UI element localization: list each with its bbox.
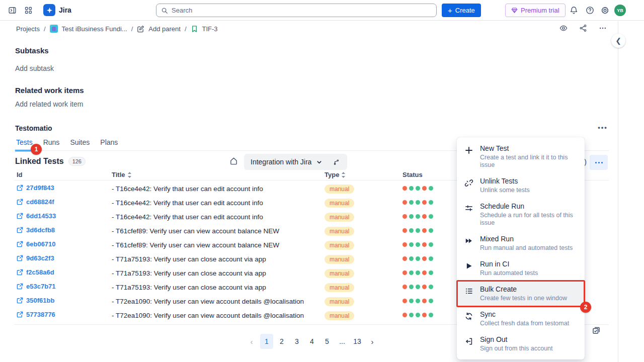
type-badge: manual bbox=[325, 311, 354, 320]
app-name: Jira bbox=[59, 6, 71, 14]
type-badge: manual bbox=[325, 297, 354, 306]
header-id: Id bbox=[17, 171, 23, 178]
sidebar-toggle-icon[interactable] bbox=[7, 5, 17, 15]
search-icon bbox=[161, 7, 168, 14]
status-dot-green bbox=[416, 200, 420, 205]
notifications-bell-icon[interactable] bbox=[569, 5, 579, 15]
type-badge: manual bbox=[325, 283, 354, 292]
menu-item-new-test[interactable]: New Test Create a test and link it it to… bbox=[457, 140, 585, 173]
menu-item-bulk-create[interactable]: Bulk Create Create few tests in one wind… bbox=[457, 281, 585, 306]
type-badge: manual bbox=[325, 199, 354, 208]
more-actions-icon[interactable] bbox=[598, 23, 608, 33]
add-related-work-item-link[interactable]: Add related work item bbox=[15, 100, 83, 108]
premium-trial-button[interactable]: Premium trial bbox=[505, 4, 566, 17]
test-id-link[interactable]: 350f61bb bbox=[17, 297, 54, 304]
menu-item-run-in-ci[interactable]: Run in CI Run automated tests bbox=[457, 256, 585, 281]
page-13[interactable]: 13 bbox=[351, 334, 364, 349]
test-id-link[interactable]: cd68824f bbox=[17, 198, 54, 206]
pagination-next[interactable]: › bbox=[366, 334, 379, 349]
test-id-link[interactable]: 27d9f843 bbox=[17, 184, 54, 192]
testomatio-more-icon[interactable]: ••• bbox=[597, 122, 609, 132]
sliders-icon bbox=[464, 204, 473, 213]
add-subtask-link[interactable]: Add subtask bbox=[15, 64, 54, 72]
status-dot-red bbox=[403, 214, 407, 219]
test-id-link[interactable]: f2c58a6d bbox=[17, 268, 54, 276]
gem-icon bbox=[511, 7, 518, 14]
status-dot-green bbox=[409, 256, 414, 261]
test-id-link[interactable]: 57738776 bbox=[17, 311, 55, 318]
branch-icon[interactable] bbox=[332, 157, 341, 166]
chevron-left-icon: ❮ bbox=[615, 37, 621, 45]
breadcrumb-add-parent[interactable]: Add parent bbox=[148, 25, 181, 33]
type-badge: manual bbox=[325, 213, 354, 222]
status-dot-red bbox=[403, 228, 407, 233]
menu-item-sign-out[interactable]: Sign Out Sign out from this account bbox=[457, 331, 585, 356]
pagination-prev[interactable]: ‹ bbox=[245, 334, 258, 349]
test-title: - T61cfef89: Verify user can view accoun… bbox=[112, 227, 279, 235]
user-avatar[interactable]: YB bbox=[614, 5, 626, 16]
testomatio-actions-menu: New Test Create a test and link it it to… bbox=[457, 137, 585, 359]
tab-suites[interactable]: Suites bbox=[69, 138, 91, 151]
pagination-ellipsis[interactable]: ... bbox=[336, 334, 349, 349]
create-button[interactable]: + Create bbox=[442, 4, 481, 17]
help-icon[interactable] bbox=[585, 5, 595, 15]
page-2[interactable]: 2 bbox=[275, 334, 288, 349]
page-3[interactable]: 3 bbox=[290, 334, 303, 349]
test-id-link[interactable]: 3d6dcfb8 bbox=[17, 226, 55, 234]
test-id-link[interactable]: e53c7b71 bbox=[17, 283, 56, 290]
menu-item-sync[interactable]: Sync Collect fresh data from testomat bbox=[457, 306, 585, 331]
status-dot-green bbox=[416, 299, 420, 303]
status-dots bbox=[403, 228, 433, 233]
status-dots bbox=[403, 285, 433, 289]
page-5[interactable]: 5 bbox=[320, 334, 334, 349]
menu-item-subtitle: Run manual and automated tests bbox=[480, 244, 573, 252]
expand-panel-button[interactable]: ❮ bbox=[611, 34, 625, 48]
test-title: - T16ce4e42: Verify that user can edit a… bbox=[112, 185, 263, 193]
tab-plans[interactable]: Plans bbox=[99, 138, 119, 151]
breadcrumb-project-name[interactable]: Test iBusiness Fundi... bbox=[62, 25, 127, 33]
watch-eye-icon[interactable] bbox=[558, 23, 569, 33]
fast-forward-icon bbox=[464, 236, 473, 245]
app-switcher-icon[interactable] bbox=[23, 5, 33, 15]
menu-item-schedule-run[interactable]: Schedule Run Schedule a run for all test… bbox=[457, 198, 585, 231]
status-dot-green bbox=[416, 228, 420, 233]
home-icon[interactable] bbox=[229, 157, 239, 167]
test-id-link[interactable]: 6eb06710 bbox=[17, 240, 56, 248]
status-dot-red bbox=[403, 256, 407, 261]
status-dot-red bbox=[422, 200, 427, 205]
menu-item-mixed-run[interactable]: Mixed Run Run manual and automated tests bbox=[457, 231, 585, 256]
top-navbar: Jira + Create Premium trial YB bbox=[0, 0, 644, 21]
test-id-link[interactable]: 6dd14533 bbox=[17, 212, 56, 220]
integration-dropdown[interactable]: Integration with Jira bbox=[244, 154, 347, 170]
search-input[interactable] bbox=[172, 7, 432, 14]
external-link-icon bbox=[17, 227, 23, 233]
jira-logo[interactable]: Jira bbox=[43, 4, 71, 16]
settings-gear-icon[interactable] bbox=[600, 5, 610, 15]
list-icon bbox=[464, 287, 473, 296]
status-dot-green bbox=[416, 242, 420, 247]
linked-tests-more-button[interactable] bbox=[590, 155, 608, 170]
tab-runs[interactable]: Runs bbox=[42, 138, 61, 151]
menu-item-subtitle: Schedule a run for all tests of this iss… bbox=[480, 212, 578, 227]
external-link-icon bbox=[17, 213, 23, 219]
header-title[interactable]: Title bbox=[112, 171, 132, 178]
menu-item-subtitle: Unlink some tests bbox=[480, 187, 530, 194]
page-1[interactable]: 1 bbox=[260, 334, 273, 349]
status-dot-green bbox=[429, 214, 433, 219]
external-link-icon bbox=[17, 241, 23, 247]
menu-item-unlink-tests[interactable]: Unlink Tests Unlink some tests bbox=[457, 173, 585, 198]
share-icon[interactable] bbox=[578, 23, 588, 33]
breadcrumb-issue-key[interactable]: TIF-3 bbox=[202, 25, 218, 33]
breadcrumb-projects[interactable]: Projects bbox=[16, 25, 40, 33]
external-link-icon bbox=[17, 185, 23, 191]
test-title: - T72ea1090: Verify user can view accoun… bbox=[112, 298, 304, 305]
test-type-cell: manual bbox=[325, 240, 354, 249]
status-dot-green bbox=[429, 256, 433, 261]
status-dot-red bbox=[422, 270, 427, 275]
test-id-link[interactable]: 9d63c2f3 bbox=[17, 254, 54, 262]
header-type[interactable]: Type bbox=[325, 171, 346, 178]
page-4[interactable]: 4 bbox=[305, 334, 318, 349]
status-dots bbox=[403, 214, 433, 219]
sync-icon bbox=[464, 312, 473, 321]
status-dot-green bbox=[416, 270, 420, 275]
